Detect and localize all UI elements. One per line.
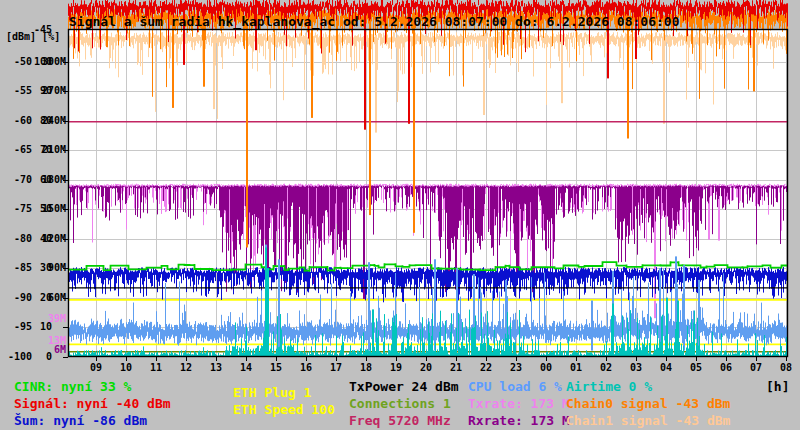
rrd-signal-noise-graph: Signál a šum radia hk_kaplanova_ac od: 5… [0, 0, 800, 430]
x-tick-hour: 23 [506, 363, 526, 373]
legend-item: CPU load 6 % [468, 380, 562, 393]
x-tick-hour: 04 [656, 363, 676, 373]
legend-item: ETH Plug 1 [233, 386, 311, 399]
y-tick-mbit: 240M [40, 116, 66, 126]
x-tick-hour: 12 [176, 363, 196, 373]
x-tick-hour: 02 [596, 363, 616, 373]
x-tick-hour: 00 [536, 363, 556, 373]
x-tick-hour: 08 [776, 363, 796, 373]
legend-item: Šum: nyní -86 dBm [14, 414, 147, 427]
x-tick-hour: 20 [416, 363, 436, 373]
x-tick-hour: 13 [206, 363, 226, 373]
legend-item: Chain0 signal -43 dBm [566, 397, 730, 410]
y-tick-dbm: -90 [6, 293, 32, 303]
y-axis-units-label: [dBm] [%] [6, 32, 60, 42]
y-tick-mbit: 150M [40, 204, 66, 214]
y-tick-dbm: -60 [6, 116, 32, 126]
y-tick-dbm: -75 [6, 204, 32, 214]
legend-item: ETH Speed 100 [233, 403, 335, 416]
y-tick-rate-min: 39M [26, 314, 66, 324]
legend-item: Airtime 0 % [566, 380, 652, 393]
legend-item: CINR: nyní 33 % [14, 380, 131, 393]
y-tick-mbit: 270M [40, 86, 66, 96]
x-tick-hour: 09 [86, 363, 106, 373]
x-tick-hour: 07 [746, 363, 766, 373]
y-tick-mbit: 60M [40, 293, 66, 303]
x-tick-hour: 18 [356, 363, 376, 373]
x-tick-hour: 03 [626, 363, 646, 373]
x-tick-hour: 05 [686, 363, 706, 373]
x-tick-hour: 14 [236, 363, 256, 373]
y-tick-mbit: 90M [40, 263, 66, 273]
x-tick-hour: 11 [146, 363, 166, 373]
page-title: Signál a šum radia hk_kaplanova_ac od: 5… [69, 14, 679, 29]
legend-item: Signál: nyní -40 dBm [14, 397, 171, 410]
legend-item: Txrate: 173 M [468, 397, 570, 410]
y-tick-mbit: 120M [40, 234, 66, 244]
legend-item: TxPower 24 dBm [349, 380, 459, 393]
y-tick-dbm: -65 [6, 145, 32, 155]
x-tick-hour: 06 [716, 363, 736, 373]
x-tick-hour: 16 [296, 363, 316, 373]
x-tick-hour: 17 [326, 363, 346, 373]
y-tick-mbit: 300M [40, 57, 66, 67]
legend-item: Freq 5720 MHz [349, 414, 451, 427]
legend-item: Chain1 signal -43 dBm [566, 414, 730, 427]
x-tick-hour: 15 [266, 363, 286, 373]
x-tick-hour: 19 [386, 363, 406, 373]
y-tick-dbm: -80 [6, 234, 32, 244]
y-tick-mbit: 210M [40, 145, 66, 155]
x-tick-hour: 10 [116, 363, 136, 373]
legend-item: Connections 1 [349, 397, 451, 410]
legend-item: Rxrate: 173 M [468, 414, 570, 427]
x-tick-hour: 21 [446, 363, 466, 373]
x-tick-hour: 01 [566, 363, 586, 373]
y-tick-rate-min: 6M [26, 345, 66, 355]
y-tick-dbm: -50 [6, 57, 32, 67]
y-tick-dbm: -55 [6, 86, 32, 96]
legend-item: [h] [766, 380, 789, 393]
y-tick-dbm: -85 [6, 263, 32, 273]
x-tick-hour: 22 [476, 363, 496, 373]
y-tick-dbm: -70 [6, 175, 32, 185]
y-tick-mbit: 180M [40, 175, 66, 185]
